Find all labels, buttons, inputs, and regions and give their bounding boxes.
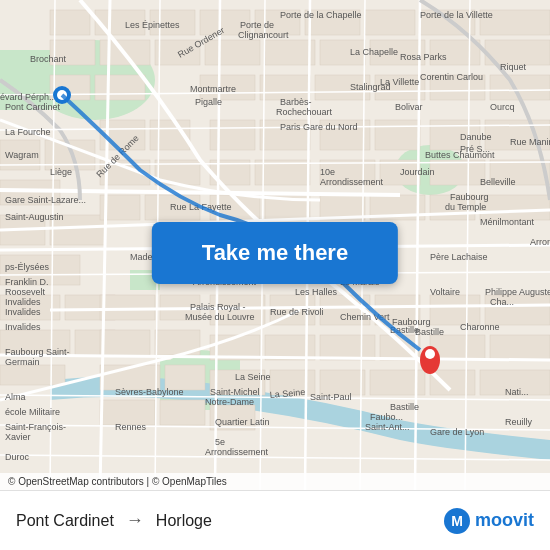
svg-text:Roosevelt: Roosevelt bbox=[5, 287, 46, 297]
svg-text:Nati...: Nati... bbox=[505, 387, 529, 397]
svg-text:Porte de la Villette: Porte de la Villette bbox=[420, 10, 493, 20]
svg-text:M: M bbox=[451, 513, 463, 529]
svg-text:Rue Manin: Rue Manin bbox=[510, 137, 550, 147]
svg-text:Corentin Carlou: Corentin Carlou bbox=[420, 72, 483, 82]
svg-rect-63 bbox=[430, 295, 480, 325]
svg-text:Invalides: Invalides bbox=[5, 297, 41, 307]
svg-text:Germain: Germain bbox=[5, 357, 40, 367]
svg-text:Montmartre: Montmartre bbox=[190, 84, 236, 94]
svg-rect-53 bbox=[320, 335, 375, 360]
svg-text:Reuilly: Reuilly bbox=[505, 417, 533, 427]
svg-text:Liège: Liège bbox=[50, 167, 72, 177]
svg-text:Faubourg Saint-: Faubourg Saint- bbox=[5, 347, 70, 357]
svg-text:Invalides: Invalides bbox=[5, 322, 41, 332]
svg-text:Porte de: Porte de bbox=[240, 20, 274, 30]
take-me-there-button[interactable]: Take me there bbox=[152, 222, 398, 284]
svg-text:Saint-Augustin: Saint-Augustin bbox=[5, 212, 64, 222]
svg-text:La Chapelle: La Chapelle bbox=[350, 47, 398, 57]
svg-text:La Seine: La Seine bbox=[235, 372, 271, 382]
map-attribution: © OpenStreetMap contributors | © OpenMap… bbox=[0, 473, 550, 490]
svg-text:Xavier: Xavier bbox=[5, 432, 31, 442]
svg-text:Franklin D.: Franklin D. bbox=[5, 277, 49, 287]
svg-text:Saint-Michel: Saint-Michel bbox=[210, 387, 260, 397]
svg-text:Riquet: Riquet bbox=[500, 62, 527, 72]
svg-text:Ménilmontant: Ménilmontant bbox=[480, 217, 535, 227]
svg-text:Pont Cardinet: Pont Cardinet bbox=[5, 102, 61, 112]
svg-text:Ourcq: Ourcq bbox=[490, 102, 515, 112]
svg-text:Saint-François-: Saint-François- bbox=[5, 422, 66, 432]
moovit-icon: M bbox=[443, 507, 471, 535]
svg-text:Saint-Ant...: Saint-Ant... bbox=[365, 422, 410, 432]
svg-text:Faubourg: Faubourg bbox=[450, 192, 489, 202]
svg-rect-69 bbox=[50, 10, 90, 35]
svg-text:Jourdain: Jourdain bbox=[400, 167, 435, 177]
svg-rect-81 bbox=[205, 40, 260, 65]
svg-rect-67 bbox=[430, 370, 475, 395]
svg-text:Paris Gare du Nord: Paris Gare du Nord bbox=[280, 122, 358, 132]
svg-text:Arrondissement: Arrondissement bbox=[320, 177, 384, 187]
svg-text:Palais Royal -: Palais Royal - bbox=[190, 302, 246, 312]
from-station: Pont Cardinet bbox=[16, 512, 114, 530]
svg-text:Wagram: Wagram bbox=[5, 150, 39, 160]
svg-text:Arrondissement: Arrondissement bbox=[205, 447, 269, 457]
to-station: Horloge bbox=[156, 512, 212, 530]
svg-text:Cha...: Cha... bbox=[490, 297, 514, 307]
svg-text:Invalides: Invalides bbox=[5, 307, 41, 317]
moovit-text: moovit bbox=[475, 510, 534, 531]
svg-text:Danube: Danube bbox=[460, 132, 492, 142]
svg-text:Notre-Dame: Notre-Dame bbox=[205, 397, 254, 407]
map-container: Rue Ordener Porte de la Chapelle Porte d… bbox=[0, 0, 550, 490]
svg-point-207 bbox=[425, 349, 435, 359]
svg-text:Brochant: Brochant bbox=[30, 54, 67, 64]
svg-rect-88 bbox=[95, 75, 145, 100]
svg-text:Les Épinettes: Les Épinettes bbox=[125, 20, 180, 30]
svg-rect-17 bbox=[0, 365, 65, 385]
svg-text:Voltaire: Voltaire bbox=[430, 287, 460, 297]
svg-text:Faubo...: Faubo... bbox=[370, 412, 403, 422]
svg-text:Duroc: Duroc bbox=[5, 452, 30, 462]
svg-text:10e: 10e bbox=[320, 167, 335, 177]
svg-text:Les Halles: Les Halles bbox=[295, 287, 338, 297]
svg-rect-24 bbox=[100, 295, 155, 320]
svg-text:Rochechouart: Rochechouart bbox=[276, 107, 333, 117]
arrow-icon: → bbox=[126, 510, 144, 531]
svg-rect-32 bbox=[210, 120, 255, 150]
svg-text:Philippe Auguste: Philippe Auguste bbox=[485, 287, 550, 297]
svg-text:Père Lachaise: Père Lachaise bbox=[430, 252, 488, 262]
svg-text:Charonne: Charonne bbox=[460, 322, 500, 332]
svg-text:Bolivar: Bolivar bbox=[395, 102, 423, 112]
svg-text:La Fourche: La Fourche bbox=[5, 127, 51, 137]
svg-text:du Temple: du Temple bbox=[445, 202, 486, 212]
svg-text:Pigalle: Pigalle bbox=[195, 97, 222, 107]
bottom-bar: Pont Cardinet → Horloge M moovit bbox=[0, 490, 550, 550]
svg-rect-46 bbox=[375, 120, 420, 150]
svg-rect-31 bbox=[160, 400, 205, 425]
svg-rect-26 bbox=[100, 330, 150, 355]
svg-text:Stalingrad: Stalingrad bbox=[350, 82, 391, 92]
svg-text:Arron...: Arron... bbox=[530, 237, 550, 247]
svg-rect-59 bbox=[430, 160, 485, 185]
svg-rect-82 bbox=[265, 40, 315, 65]
svg-text:Rue de Rivoli: Rue de Rivoli bbox=[270, 307, 324, 317]
svg-text:ps-Élysées: ps-Élysées bbox=[5, 262, 50, 272]
svg-text:Bastille: Bastille bbox=[415, 327, 444, 337]
svg-text:Gare de Lyon: Gare de Lyon bbox=[430, 427, 484, 437]
svg-text:Rennes: Rennes bbox=[115, 422, 147, 432]
svg-text:Belleville: Belleville bbox=[480, 177, 516, 187]
svg-text:Sèvres-Babylone: Sèvres-Babylone bbox=[115, 387, 184, 397]
svg-text:Musée du Louvre: Musée du Louvre bbox=[185, 312, 255, 322]
svg-text:Bastille: Bastille bbox=[390, 402, 419, 412]
svg-text:Alma: Alma bbox=[5, 392, 26, 402]
svg-text:Porte de la Chapelle: Porte de la Chapelle bbox=[280, 10, 362, 20]
svg-text:Rosa Parks: Rosa Parks bbox=[400, 52, 447, 62]
svg-text:5e: 5e bbox=[215, 437, 225, 447]
svg-text:Gare Saint-Lazare...: Gare Saint-Lazare... bbox=[5, 195, 86, 205]
svg-text:évard Pérph...: évard Pérph... bbox=[0, 92, 57, 102]
moovit-logo: M moovit bbox=[443, 507, 534, 535]
svg-text:Quartier Latin: Quartier Latin bbox=[215, 417, 270, 427]
svg-text:Buttes Chaumont: Buttes Chaumont bbox=[425, 150, 495, 160]
svg-rect-75 bbox=[365, 10, 415, 35]
svg-text:école Militaire: école Militaire bbox=[5, 407, 60, 417]
svg-rect-66 bbox=[490, 335, 550, 360]
attribution-text: © OpenStreetMap contributors | © OpenMap… bbox=[8, 476, 227, 487]
